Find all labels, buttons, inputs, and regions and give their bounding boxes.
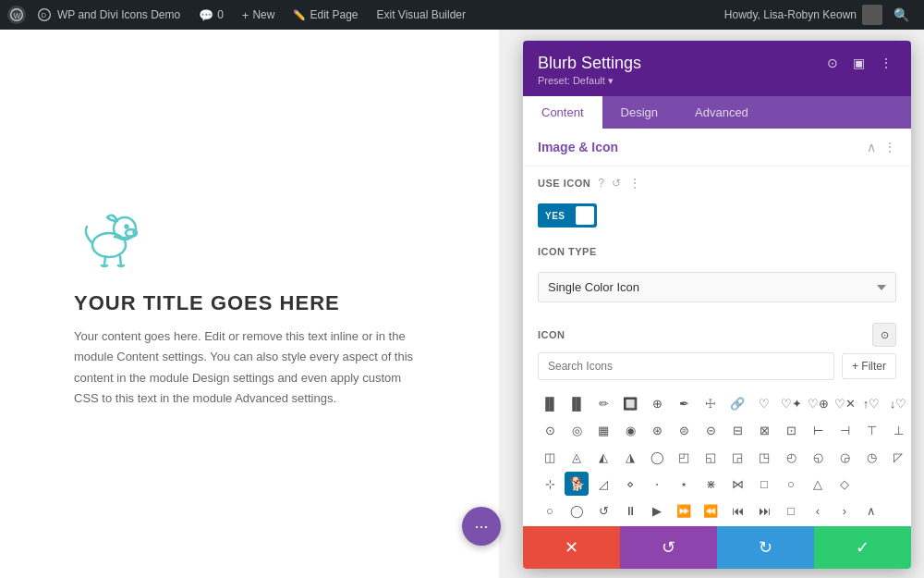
cancel-button[interactable]: ✕ bbox=[523, 526, 620, 569]
icon-cell[interactable] bbox=[886, 472, 910, 496]
tab-content[interactable]: Content bbox=[523, 96, 602, 129]
tab-design[interactable]: Design bbox=[602, 96, 676, 129]
icon-cell[interactable]: ✒ bbox=[672, 391, 696, 415]
icon-cell[interactable]: ◰ bbox=[672, 445, 696, 469]
icon-cell[interactable]: ∧ bbox=[859, 498, 883, 523]
wp-logo[interactable]: W bbox=[7, 6, 26, 24]
edit-page[interactable]: ✏️ Edit Page bbox=[286, 5, 365, 25]
icon-cell[interactable]: ⋄ bbox=[618, 472, 642, 496]
icon-cell[interactable]: ◸ bbox=[886, 445, 910, 469]
icon-cell[interactable]: ☩ bbox=[699, 391, 723, 415]
icon-cell-selected[interactable]: 🐕 bbox=[565, 472, 589, 496]
icon-cell[interactable]: ✏ bbox=[591, 391, 615, 415]
icon-cell[interactable]: ⋆ bbox=[672, 472, 696, 496]
icon-cell[interactable]: 🔗 bbox=[725, 391, 749, 415]
more-options-icon[interactable]: ⋮ bbox=[876, 54, 896, 72]
use-icon-toggle[interactable]: YES bbox=[538, 203, 597, 228]
panel-preset[interactable]: Preset: Default ▾ bbox=[538, 75, 641, 87]
icon-cell[interactable]: ⋈ bbox=[725, 472, 749, 496]
icon-cell[interactable]: ⏭ bbox=[752, 498, 776, 523]
icon-cell[interactable]: ◶ bbox=[833, 445, 857, 469]
icon-cell[interactable]: ↺ bbox=[591, 498, 615, 523]
filter-button[interactable]: + Filter bbox=[842, 353, 896, 379]
icon-cell[interactable]: ◷ bbox=[859, 445, 883, 469]
icon-cell[interactable] bbox=[859, 472, 883, 496]
icon-cell[interactable]: ◉ bbox=[618, 418, 642, 442]
float-menu-button[interactable]: ··· bbox=[462, 507, 501, 546]
icon-cell[interactable]: ↑♡ bbox=[859, 391, 883, 415]
icon-cell[interactable]: › bbox=[833, 498, 857, 523]
icon-cell[interactable]: ◭ bbox=[591, 445, 615, 469]
comments[interactable]: 💬 0 bbox=[191, 5, 231, 26]
icon-cell[interactable]: ↓♡ bbox=[886, 391, 910, 415]
icon-cell[interactable]: ◯ bbox=[565, 498, 589, 523]
icon-cell[interactable]: ◬ bbox=[565, 445, 589, 469]
reset-icon[interactable]: ↺ bbox=[612, 177, 621, 190]
icon-cell[interactable]: ▦ bbox=[591, 418, 615, 442]
icon-cell[interactable]: ♡⊕ bbox=[806, 391, 830, 415]
icon-cell[interactable]: ♡✕ bbox=[833, 391, 857, 415]
icon-cell[interactable]: □ bbox=[752, 472, 776, 496]
icon-cell[interactable]: ⊜ bbox=[672, 418, 696, 442]
icon-cell[interactable]: ◱ bbox=[699, 445, 723, 469]
reset-button[interactable]: ↺ bbox=[620, 526, 717, 569]
icon-cell[interactable]: 🔲 bbox=[618, 391, 642, 415]
icon-cell[interactable]: △ bbox=[806, 472, 830, 496]
icon-cell[interactable]: ⊥ bbox=[886, 418, 910, 442]
redo-button[interactable]: ↻ bbox=[717, 526, 814, 569]
icon-capture-btn[interactable]: ⊙ bbox=[872, 323, 896, 347]
icon-cell[interactable]: ⊕ bbox=[645, 391, 669, 415]
icon-cell[interactable]: ⊛ bbox=[645, 418, 669, 442]
search-icon[interactable]: 🔍 bbox=[886, 4, 917, 26]
icon-cell[interactable]: ⊡ bbox=[779, 418, 803, 442]
icon-cell[interactable]: ⊣ bbox=[833, 418, 857, 442]
icon-cell[interactable]: ◴ bbox=[779, 445, 803, 469]
icon-cell[interactable]: ⊠ bbox=[752, 418, 776, 442]
section-more-icon[interactable]: ⋮ bbox=[883, 140, 896, 154]
icon-cell[interactable]: ◲ bbox=[725, 445, 749, 469]
icon-cell[interactable]: ⊙ bbox=[538, 418, 562, 442]
icon-cell[interactable]: ◯ bbox=[645, 445, 669, 469]
help-icon[interactable]: ? bbox=[598, 177, 604, 190]
icon-cell[interactable]: ◵ bbox=[806, 445, 830, 469]
icon-cell[interactable]: ○ bbox=[779, 472, 803, 496]
icon-cell[interactable]: □ bbox=[779, 498, 803, 523]
icon-cell[interactable]: ◇ bbox=[833, 472, 857, 496]
search-icons-input[interactable] bbox=[538, 352, 834, 380]
icon-cell[interactable]: ▐▌ bbox=[538, 391, 562, 415]
icon-cell[interactable]: ⏸ bbox=[618, 498, 642, 523]
icon-cell[interactable]: ○ bbox=[538, 498, 562, 523]
icon-cell[interactable]: ⊢ bbox=[806, 418, 830, 442]
field-more-icon[interactable]: ⋮ bbox=[628, 176, 641, 191]
icon-cell[interactable]: ◿ bbox=[591, 472, 615, 496]
icon-cell[interactable]: ⋅ bbox=[645, 472, 669, 496]
icon-cell[interactable]: ⏮ bbox=[725, 498, 749, 523]
new-menu[interactable]: + New bbox=[235, 5, 283, 26]
icon-cell[interactable]: ▐▌ bbox=[565, 391, 589, 415]
icon-cell[interactable]: ⊝ bbox=[699, 418, 723, 442]
site-title[interactable]: D WP and Divi Icons Demo bbox=[30, 4, 188, 26]
tab-advanced[interactable]: Advanced bbox=[676, 96, 767, 129]
icon-type-select[interactable]: Single Color Icon Dual Color Icon Image bbox=[538, 272, 896, 302]
icon-cell[interactable]: ⊟ bbox=[725, 418, 749, 442]
icon-cell[interactable]: ◫ bbox=[538, 445, 562, 469]
icon-cell[interactable] bbox=[886, 498, 910, 523]
icon-cell[interactable]: ⏪ bbox=[699, 498, 723, 523]
icon-cell[interactable]: ⊹ bbox=[538, 472, 562, 496]
icon-cell[interactable]: ⋇ bbox=[699, 472, 723, 496]
icon-cell[interactable]: ‹ bbox=[806, 498, 830, 523]
collapse-icon[interactable]: ∧ bbox=[867, 140, 876, 154]
icon-cell[interactable]: ⏩ bbox=[672, 498, 696, 523]
icon-cell[interactable]: ◎ bbox=[565, 418, 589, 442]
icon-cell[interactable]: ◳ bbox=[752, 445, 776, 469]
icon-cell[interactable]: ⊤ bbox=[859, 418, 883, 442]
save-button[interactable]: ✓ bbox=[814, 526, 911, 569]
split-icon[interactable]: ▣ bbox=[849, 54, 869, 72]
fullscreen-icon[interactable]: ⊙ bbox=[823, 54, 842, 72]
panel-body[interactable]: Image & Icon ∧ ⋮ Use Icon ? ↺ ⋮ YES bbox=[523, 129, 911, 526]
icon-cell[interactable]: ◮ bbox=[618, 445, 642, 469]
icon-cell[interactable]: ♡ bbox=[752, 391, 776, 415]
icon-cell[interactable]: ▶ bbox=[645, 498, 669, 523]
icon-cell[interactable]: ♡✦ bbox=[779, 391, 803, 415]
exit-builder[interactable]: Exit Visual Builder bbox=[370, 5, 474, 25]
